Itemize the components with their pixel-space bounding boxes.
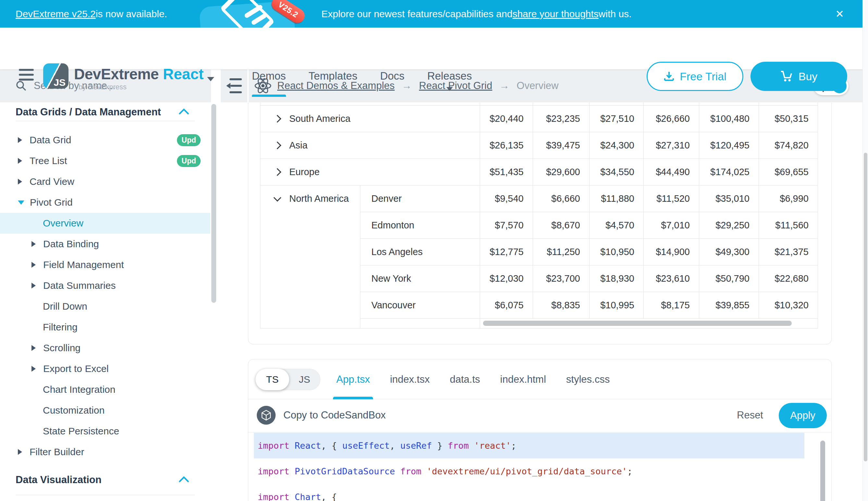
expand-chevron-icon[interactable] bbox=[273, 168, 281, 176]
pivot-value-cell[interactable]: $6,990 bbox=[759, 185, 818, 212]
pivot-value-cell[interactable]: $8,835 bbox=[533, 292, 589, 318]
pivot-city-cell[interactable]: Los Angeles bbox=[371, 238, 480, 265]
pivot-value-cell[interactable]: $27,310 bbox=[644, 132, 699, 159]
pivot-city-cell[interactable]: New York bbox=[371, 265, 480, 292]
sidebar-item-card-view[interactable]: Card View bbox=[0, 171, 210, 192]
collapse-chevron-icon[interactable] bbox=[273, 194, 281, 201]
pivot-value-cell[interactable]: $50,790 bbox=[699, 265, 759, 292]
pivot-value-cell[interactable]: $69,655 bbox=[759, 159, 818, 185]
sidebar-item-data-binding[interactable]: Data Binding bbox=[0, 234, 210, 254]
language-toggle[interactable]: JS TS bbox=[255, 369, 320, 390]
sidebar-section-data-grids[interactable]: Data Grids / Data Management bbox=[0, 101, 210, 124]
pivot-value-cell[interactable]: $120,495 bbox=[699, 132, 759, 159]
sidebar-item-tree-list[interactable]: Tree ListUpd bbox=[0, 150, 210, 171]
pivot-value-cell[interactable]: $14,900 bbox=[644, 238, 699, 265]
expand-chevron-icon[interactable] bbox=[273, 115, 281, 122]
tab-app-tsx[interactable]: App.tsx bbox=[336, 359, 370, 399]
sidebar-section-data-visualization[interactable]: Data Visualization bbox=[0, 469, 210, 491]
hamburger-menu-icon[interactable] bbox=[19, 69, 34, 84]
pivot-city-cell[interactable]: Denver bbox=[371, 185, 480, 212]
pivot-row-header-expanded[interactable]: North America bbox=[275, 185, 360, 212]
pivot-value-cell[interactable]: $10,950 bbox=[589, 238, 644, 265]
pivot-value-cell[interactable]: $174,025 bbox=[699, 159, 759, 185]
pivot-row-header[interactable]: South America bbox=[275, 105, 480, 132]
sidebar-item-chart-integration[interactable]: Chart Integration bbox=[0, 379, 210, 400]
pivot-value-cell[interactable]: $9,540 bbox=[480, 185, 533, 212]
pivot-value-cell[interactable]: $7,010 bbox=[644, 212, 699, 238]
toggle-ts-active[interactable]: TS bbox=[255, 369, 289, 390]
platform-selector-label[interactable]: React bbox=[163, 65, 204, 83]
pivot-value-cell[interactable]: $22,680 bbox=[759, 265, 818, 292]
toggle-js[interactable]: JS bbox=[289, 369, 320, 390]
banner-version-link[interactable]: DevExtreme v25.2 bbox=[15, 9, 96, 20]
tab-data-ts[interactable]: data.ts bbox=[450, 359, 480, 399]
buy-button[interactable]: Buy bbox=[750, 62, 847, 91]
pivot-city-cell[interactable]: Vancouver bbox=[371, 292, 480, 318]
pivot-value-cell[interactable]: $34,550 bbox=[589, 159, 644, 185]
nav-item-templates[interactable]: Templates bbox=[309, 55, 358, 97]
pivot-value-cell[interactable]: $11,250 bbox=[533, 238, 589, 265]
pivot-value-cell[interactable]: $4,570 bbox=[589, 212, 644, 238]
tab-index-html[interactable]: index.html bbox=[500, 359, 546, 399]
pivot-value-cell[interactable]: $18,930 bbox=[589, 265, 644, 292]
sidebar-item-pivot-grid[interactable]: Pivot Grid bbox=[0, 192, 210, 213]
pivot-value-cell[interactable]: $10,995 bbox=[589, 292, 644, 318]
pivot-value-cell[interactable]: $23,610 bbox=[644, 265, 699, 292]
sidebar-item-export-to-excel[interactable]: Export to Excel bbox=[0, 358, 210, 379]
sidebar-scrollbar-thumb[interactable] bbox=[211, 104, 216, 303]
brand-title[interactable]: DevExtreme bbox=[74, 65, 159, 83]
pivot-value-cell[interactable]: $11,880 bbox=[589, 185, 644, 212]
pivot-value-cell[interactable]: $51,435 bbox=[480, 159, 533, 185]
pivot-row-header[interactable]: Europe bbox=[275, 159, 480, 185]
pivot-value-cell[interactable]: $11,520 bbox=[644, 185, 699, 212]
page-scrollbar[interactable] bbox=[862, 0, 868, 501]
pivot-value-cell[interactable]: $7,570 bbox=[480, 212, 533, 238]
sidebar-item-customization[interactable]: Customization bbox=[0, 400, 210, 421]
pivot-value-cell[interactable]: $29,600 bbox=[533, 159, 589, 185]
pivot-value-cell[interactable]: $24,300 bbox=[589, 132, 644, 159]
code-editor[interactable]: import React, { useEffect, useRef } from… bbox=[248, 433, 831, 501]
pivot-city-cell[interactable]: Edmonton bbox=[371, 212, 480, 238]
pivot-value-cell[interactable]: $11,560 bbox=[759, 212, 818, 238]
sidebar-item-overview[interactable]: Overview bbox=[0, 213, 210, 234]
sidebar-item-filtering[interactable]: Filtering bbox=[0, 317, 210, 338]
nav-item-docs[interactable]: Docs bbox=[380, 55, 405, 97]
pivot-value-cell[interactable]: $6,660 bbox=[533, 185, 589, 212]
pivot-value-cell[interactable]: $50,315 bbox=[759, 105, 818, 132]
pivot-value-cell[interactable]: $49,300 bbox=[699, 238, 759, 265]
pivot-row-header[interactable]: Asia bbox=[275, 132, 480, 159]
share-thoughts-link[interactable]: share your thoughts bbox=[513, 9, 598, 20]
banner-close-icon[interactable]: ✕ bbox=[835, 0, 844, 28]
sidebar-item-drill-down[interactable]: Drill Down bbox=[0, 296, 210, 317]
nav-item-releases[interactable]: Releases bbox=[427, 55, 472, 97]
pivot-value-cell[interactable]: $10,320 bbox=[759, 292, 818, 318]
pivot-value-cell[interactable]: $26,660 bbox=[644, 105, 699, 132]
pivot-value-cell[interactable]: $6,075 bbox=[480, 292, 533, 318]
reset-button[interactable]: Reset bbox=[737, 406, 763, 425]
sidebar-item-state-persistence[interactable]: State Persistence bbox=[0, 421, 210, 441]
pivot-value-cell[interactable]: $35,010 bbox=[699, 185, 759, 212]
pivot-value-cell[interactable]: $39,855 bbox=[699, 292, 759, 318]
code-scrollbar-thumb[interactable] bbox=[820, 440, 825, 501]
pivot-value-cell[interactable]: $12,030 bbox=[480, 265, 533, 292]
apply-button[interactable]: Apply bbox=[779, 403, 827, 428]
sidebar-item-filter-builder[interactable]: Filter Builder bbox=[0, 441, 210, 462]
sidebar-item-data-summaries[interactable]: Data Summaries bbox=[0, 275, 210, 296]
devextreme-js-logo[interactable]: JS bbox=[43, 63, 68, 89]
pivot-value-cell[interactable]: $39,475 bbox=[533, 132, 589, 159]
expand-chevron-icon[interactable] bbox=[273, 141, 281, 149]
pivot-value-cell[interactable]: $27,510 bbox=[589, 105, 644, 132]
pivot-value-cell[interactable]: $44,490 bbox=[644, 159, 699, 185]
free-trial-button[interactable]: Free Trial bbox=[647, 62, 743, 91]
page-scrollbar-thumb[interactable] bbox=[864, 153, 867, 461]
pivot-value-cell[interactable]: $23,235 bbox=[533, 105, 589, 132]
pivot-value-cell[interactable]: $20,440 bbox=[480, 105, 533, 132]
pivot-value-cell[interactable]: $8,670 bbox=[533, 212, 589, 238]
collapse-sidebar-button[interactable] bbox=[221, 69, 248, 102]
platform-dropdown-caret-icon[interactable] bbox=[207, 77, 214, 81]
sidebar-item-data-grid[interactable]: Data GridUpd bbox=[0, 130, 210, 150]
sidebar-item-field-management[interactable]: Field Management bbox=[0, 254, 210, 275]
copy-to-codesandbox-button[interactable]: Copy to CodeSandBox bbox=[257, 406, 386, 425]
pivot-value-cell[interactable]: $12,775 bbox=[480, 238, 533, 265]
pivot-value-cell[interactable]: $100,480 bbox=[699, 105, 759, 132]
